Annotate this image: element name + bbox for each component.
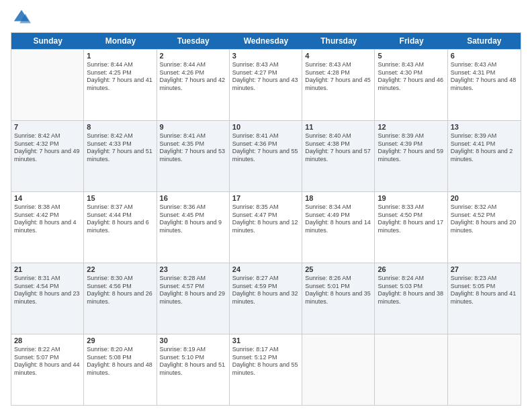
cal-cell-5-1: 28Sunrise: 8:22 AM Sunset: 5:07 PM Dayli… [11,334,84,405]
header-day-saturday: Saturday [448,33,521,49]
cal-cell-4-3: 23Sunrise: 8:28 AM Sunset: 4:57 PM Dayli… [157,263,230,334]
cell-details: Sunrise: 8:35 AM Sunset: 4:47 PM Dayligh… [232,203,299,235]
day-number: 8 [87,123,153,131]
cal-cell-3-7: 20Sunrise: 8:32 AM Sunset: 4:52 PM Dayli… [448,192,521,263]
day-number: 7 [14,123,81,131]
day-number: 5 [378,52,444,60]
day-number: 23 [160,265,226,273]
cal-cell-1-4: 3Sunrise: 8:43 AM Sunset: 4:27 PM Daylig… [230,50,302,120]
cell-details: Sunrise: 8:26 AM Sunset: 5:01 PM Dayligh… [305,275,371,306]
day-number: 21 [14,265,81,273]
cal-cell-5-4: 31Sunrise: 8:17 AM Sunset: 5:12 PM Dayli… [230,334,302,405]
week-row-5: 28Sunrise: 8:22 AM Sunset: 5:07 PM Dayli… [11,334,521,405]
cell-details: Sunrise: 8:39 AM Sunset: 4:39 PM Dayligh… [378,132,444,164]
day-number: 13 [451,123,518,131]
day-number: 26 [378,265,444,273]
day-number: 29 [87,336,153,345]
day-number: 18 [305,194,371,202]
day-number: 4 [305,52,371,60]
cell-details: Sunrise: 8:39 AM Sunset: 4:41 PM Dayligh… [451,132,518,164]
header-day-friday: Friday [375,33,447,49]
cell-details: Sunrise: 8:19 AM Sunset: 5:10 PM Dayligh… [160,346,226,377]
cal-cell-4-2: 22Sunrise: 8:30 AM Sunset: 4:56 PM Dayli… [84,263,157,334]
cell-details: Sunrise: 8:40 AM Sunset: 4:38 PM Dayligh… [305,132,371,164]
cell-details: Sunrise: 8:17 AM Sunset: 5:12 PM Dayligh… [232,346,299,377]
cal-cell-4-4: 24Sunrise: 8:27 AM Sunset: 4:59 PM Dayli… [230,263,302,334]
header-day-thursday: Thursday [302,33,375,49]
week-row-1: 1Sunrise: 8:44 AM Sunset: 4:25 PM Daylig… [11,49,521,120]
day-number: 11 [305,123,371,131]
cell-details: Sunrise: 8:43 AM Sunset: 4:27 PM Dayligh… [232,61,299,93]
cal-cell-2-4: 10Sunrise: 8:41 AM Sunset: 4:36 PM Dayli… [230,121,302,191]
cal-cell-4-7: 27Sunrise: 8:23 AM Sunset: 5:05 PM Dayli… [448,263,521,334]
cell-details: Sunrise: 8:41 AM Sunset: 4:35 PM Dayligh… [160,132,226,164]
cell-details: Sunrise: 8:24 AM Sunset: 5:03 PM Dayligh… [378,275,444,306]
cal-cell-3-4: 17Sunrise: 8:35 AM Sunset: 4:47 PM Dayli… [230,192,302,263]
day-number: 20 [451,194,518,202]
cal-cell-5-5 [302,334,375,405]
week-row-4: 21Sunrise: 8:31 AM Sunset: 4:54 PM Dayli… [11,263,521,334]
cell-details: Sunrise: 8:34 AM Sunset: 4:49 PM Dayligh… [305,203,371,235]
day-number: 14 [14,194,81,202]
cal-cell-3-1: 14Sunrise: 8:38 AM Sunset: 4:42 PM Dayli… [11,192,84,263]
cell-details: Sunrise: 8:22 AM Sunset: 5:07 PM Dayligh… [14,346,81,377]
cal-cell-5-3: 30Sunrise: 8:19 AM Sunset: 5:10 PM Dayli… [157,334,230,405]
cell-details: Sunrise: 8:43 AM Sunset: 4:31 PM Dayligh… [451,61,518,93]
page: SundayMondayTuesdayWednesdayThursdayFrid… [0,0,532,411]
cal-cell-2-1: 7Sunrise: 8:42 AM Sunset: 4:32 PM Daylig… [11,121,84,191]
cell-details: Sunrise: 8:42 AM Sunset: 4:32 PM Dayligh… [14,132,81,164]
cell-details: Sunrise: 8:32 AM Sunset: 4:52 PM Dayligh… [451,203,518,235]
logo [11,8,31,30]
cell-details: Sunrise: 8:27 AM Sunset: 4:59 PM Dayligh… [232,275,299,306]
cell-details: Sunrise: 8:43 AM Sunset: 4:28 PM Dayligh… [305,61,371,93]
calendar-body: 1Sunrise: 8:44 AM Sunset: 4:25 PM Daylig… [11,49,521,405]
calendar-header: SundayMondayTuesdayWednesdayThursdayFrid… [11,33,521,49]
cal-cell-5-7 [448,334,521,405]
cal-cell-4-6: 26Sunrise: 8:24 AM Sunset: 5:03 PM Dayli… [375,263,447,334]
cell-details: Sunrise: 8:31 AM Sunset: 4:54 PM Dayligh… [14,275,81,306]
cell-details: Sunrise: 8:30 AM Sunset: 4:56 PM Dayligh… [87,275,153,306]
header-day-wednesday: Wednesday [230,33,302,49]
cal-cell-2-7: 13Sunrise: 8:39 AM Sunset: 4:41 PM Dayli… [448,121,521,191]
header-day-monday: Monday [84,33,157,49]
cell-details: Sunrise: 8:43 AM Sunset: 4:30 PM Dayligh… [378,61,444,93]
cal-cell-4-1: 21Sunrise: 8:31 AM Sunset: 4:54 PM Dayli… [11,263,84,334]
header-day-sunday: Sunday [11,33,84,49]
cal-cell-1-7: 6Sunrise: 8:43 AM Sunset: 4:31 PM Daylig… [448,50,521,120]
cal-cell-1-2: 1Sunrise: 8:44 AM Sunset: 4:25 PM Daylig… [84,50,157,120]
cal-cell-2-3: 9Sunrise: 8:41 AM Sunset: 4:35 PM Daylig… [157,121,230,191]
cal-cell-1-1 [11,50,84,120]
cell-details: Sunrise: 8:36 AM Sunset: 4:45 PM Dayligh… [160,203,226,235]
cell-details: Sunrise: 8:44 AM Sunset: 4:25 PM Dayligh… [87,61,153,93]
cal-cell-5-2: 29Sunrise: 8:20 AM Sunset: 5:08 PM Dayli… [84,334,157,405]
day-number: 19 [378,194,444,202]
cal-cell-1-3: 2Sunrise: 8:44 AM Sunset: 4:26 PM Daylig… [157,50,230,120]
day-number: 10 [232,123,299,131]
cell-details: Sunrise: 8:37 AM Sunset: 4:44 PM Dayligh… [87,203,153,235]
day-number: 15 [87,194,153,202]
cal-cell-1-5: 4Sunrise: 8:43 AM Sunset: 4:28 PM Daylig… [302,50,375,120]
day-number: 31 [232,336,299,345]
cell-details: Sunrise: 8:42 AM Sunset: 4:33 PM Dayligh… [87,132,153,164]
day-number: 6 [451,52,518,60]
day-number: 3 [232,52,299,60]
cell-details: Sunrise: 8:44 AM Sunset: 4:26 PM Dayligh… [160,61,226,93]
cal-cell-3-3: 16Sunrise: 8:36 AM Sunset: 4:45 PM Dayli… [157,192,230,263]
cell-details: Sunrise: 8:20 AM Sunset: 5:08 PM Dayligh… [87,346,153,377]
cell-details: Sunrise: 8:23 AM Sunset: 5:05 PM Dayligh… [451,275,518,306]
cell-details: Sunrise: 8:33 AM Sunset: 4:50 PM Dayligh… [378,203,444,235]
cal-cell-2-2: 8Sunrise: 8:42 AM Sunset: 4:33 PM Daylig… [84,121,157,191]
day-number: 25 [305,265,371,273]
week-row-2: 7Sunrise: 8:42 AM Sunset: 4:32 PM Daylig… [11,120,521,191]
day-number: 1 [87,52,153,60]
day-number: 27 [451,265,518,273]
day-number: 17 [232,194,299,202]
day-number: 16 [160,194,226,202]
header [11,8,521,30]
cal-cell-2-5: 11Sunrise: 8:40 AM Sunset: 4:38 PM Dayli… [302,121,375,191]
calendar: SundayMondayTuesdayWednesdayThursdayFrid… [11,32,521,406]
week-row-3: 14Sunrise: 8:38 AM Sunset: 4:42 PM Dayli… [11,191,521,263]
day-number: 28 [14,336,81,345]
cal-cell-3-5: 18Sunrise: 8:34 AM Sunset: 4:49 PM Dayli… [302,192,375,263]
cal-cell-1-6: 5Sunrise: 8:43 AM Sunset: 4:30 PM Daylig… [375,50,447,120]
